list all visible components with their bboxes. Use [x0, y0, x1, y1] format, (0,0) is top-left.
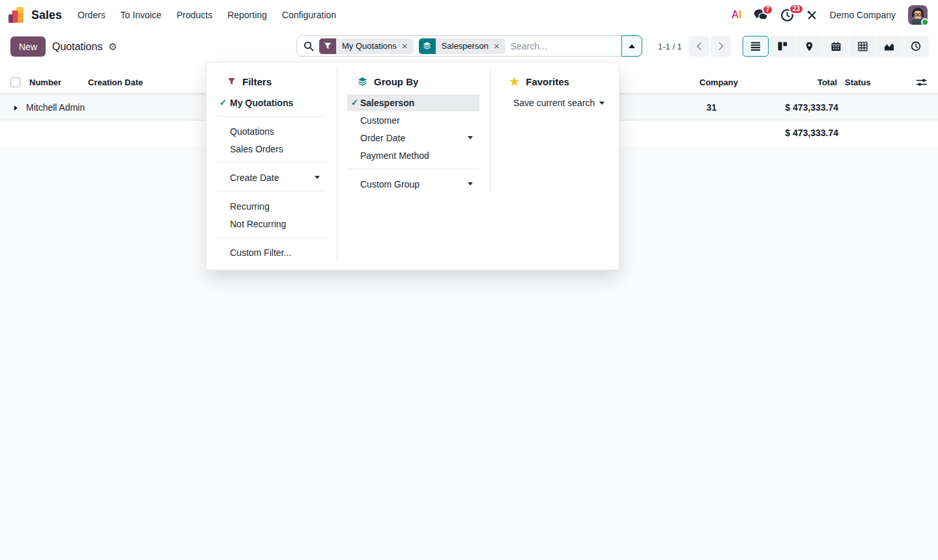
column-header-status[interactable]: Status: [845, 72, 871, 93]
online-status-dot: [921, 18, 929, 26]
footer-total: $ 473,333.74: [749, 120, 838, 146]
filter-custom-filter[interactable]: Custom Filter...: [230, 246, 291, 259]
top-navbar: Sales Orders To Invoice Products Reporti…: [0, 0, 938, 30]
groupby-section-header: Group By: [358, 75, 418, 88]
chevron-left-icon: [696, 42, 702, 50]
groupby-custom-group[interactable]: Custom Group: [360, 178, 419, 191]
caret-down-icon: [468, 182, 473, 186]
groupby-customer[interactable]: Customer: [360, 114, 400, 127]
sliders-icon: [916, 78, 928, 87]
search-icon: [304, 41, 314, 51]
group-total: $ 473,333.74: [749, 95, 838, 120]
view-map-button[interactable]: [796, 36, 822, 57]
pager-previous-button[interactable]: [689, 36, 709, 57]
user-avatar[interactable]: [908, 5, 928, 25]
kanban-view-icon: [777, 41, 788, 51]
column-header-creation-date[interactable]: Creation Date: [88, 72, 143, 93]
menu-to-invoice[interactable]: To Invoice: [121, 0, 162, 30]
view-switcher: [743, 36, 929, 57]
search-facet-my-quotations[interactable]: My Quotations: [319, 38, 414, 54]
main-menu: Orders To Invoice Products Reporting Con…: [78, 0, 336, 30]
pager-next-button[interactable]: [711, 36, 732, 57]
company-switcher[interactable]: Demo Company: [830, 10, 896, 20]
view-list-button[interactable]: [743, 36, 769, 57]
calendar-view-icon: [831, 42, 841, 51]
facet-body: My Quotations: [336, 38, 414, 54]
column-header-company[interactable]: Company: [651, 72, 738, 93]
view-kanban-button[interactable]: [769, 36, 795, 57]
remove-facet-icon[interactable]: [402, 41, 408, 51]
graph-view-icon: [884, 41, 894, 51]
favorites-title: Favorites: [526, 76, 569, 87]
groupby-salesperson[interactable]: Salesperson: [360, 96, 414, 109]
breadcrumb-area: New Quotations: [10, 36, 117, 57]
view-graph-button[interactable]: [876, 36, 902, 57]
tools-icon: [806, 10, 817, 21]
caret-down-icon: [599, 102, 604, 105]
layers-icon: [358, 77, 367, 87]
search-options-toggle[interactable]: [621, 35, 642, 57]
divider: [217, 162, 326, 163]
apps-menu-icon[interactable]: [8, 7, 25, 23]
divider: [217, 191, 326, 191]
menu-configuration[interactable]: Configuration: [282, 0, 336, 30]
filter-my-quotations[interactable]: My Quotations: [230, 96, 293, 109]
filter-quotations[interactable]: Quotations: [230, 125, 274, 138]
search-options-dropdown: Filters My Quotations Quotations Sales O…: [206, 62, 619, 270]
view-activity-button[interactable]: [903, 36, 929, 57]
menu-products[interactable]: Products: [177, 0, 212, 30]
favorites-section-header: Favorites: [509, 75, 569, 88]
list-view-icon: [750, 41, 761, 51]
groupby-payment-method[interactable]: Payment Method: [360, 149, 429, 162]
group-label: Mitchell Admin: [26, 95, 85, 120]
search-facet-salesperson[interactable]: Salesperson: [419, 38, 505, 54]
filter-create-date[interactable]: Create Date: [230, 171, 279, 184]
view-calendar-button[interactable]: [823, 36, 849, 57]
activity-view-icon: [911, 41, 921, 51]
filter-icon: [227, 77, 236, 86]
pager-counter: 1-1 / 1: [658, 42, 682, 51]
activities-button[interactable]: 23: [780, 8, 794, 22]
filter-recurring[interactable]: Recurring: [230, 200, 270, 213]
activities-badge: 23: [789, 4, 804, 14]
divider: [347, 169, 479, 169]
search-bar[interactable]: My Quotations Salesperson: [296, 35, 642, 57]
menu-orders[interactable]: Orders: [78, 0, 106, 30]
column-header-number[interactable]: Number: [29, 72, 61, 93]
optional-columns-button[interactable]: [916, 78, 928, 89]
facet-body: Salesperson: [436, 38, 505, 54]
select-all-checkbox[interactable]: [10, 77, 20, 87]
filter-not-recurring[interactable]: Not Recurring: [230, 217, 286, 231]
remove-facet-icon[interactable]: [494, 41, 500, 51]
filters-title: Filters: [242, 76, 272, 87]
app-window: Sales Orders To Invoice Products Reporti…: [0, 0, 938, 560]
divider: [490, 69, 490, 191]
navbar-left: Sales Orders To Invoice Products Reporti…: [8, 0, 336, 30]
filter-sales-orders[interactable]: Sales Orders: [230, 143, 283, 156]
tools-button[interactable]: [806, 10, 817, 21]
check-icon: [220, 96, 229, 109]
map-view-icon: [804, 42, 814, 51]
chevron-right-icon: [718, 42, 724, 50]
gear-icon[interactable]: [108, 42, 117, 52]
facet-label: My Quotations: [342, 41, 397, 51]
odoo-logo-bars: [8, 7, 25, 23]
view-pivot-button[interactable]: [849, 36, 875, 57]
search-input[interactable]: [511, 41, 617, 51]
groupby-title: Group By: [374, 76, 418, 87]
divider: [217, 116, 326, 117]
save-current-search[interactable]: Save current search: [513, 96, 604, 109]
new-button[interactable]: New: [10, 36, 46, 57]
pager: [689, 36, 732, 57]
messages-button[interactable]: 7: [754, 9, 768, 21]
group-count: 31: [651, 95, 717, 120]
app-name[interactable]: Sales: [31, 8, 62, 22]
caret-up-icon: [629, 44, 635, 48]
messages-badge: 7: [762, 5, 774, 15]
groupby-order-date[interactable]: Order Date: [360, 132, 405, 145]
column-header-total[interactable]: Total: [749, 72, 837, 93]
ai-assistant-icon[interactable]: AI: [732, 9, 741, 21]
menu-reporting[interactable]: Reporting: [227, 0, 267, 30]
expand-group-icon[interactable]: [14, 105, 18, 111]
save-current-search-label: Save current search: [513, 96, 595, 109]
